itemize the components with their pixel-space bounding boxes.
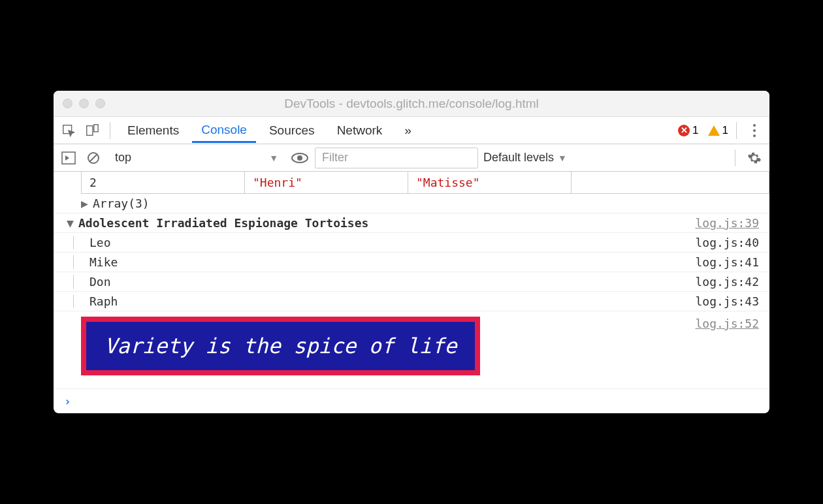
console-settings-icon[interactable]	[745, 148, 764, 168]
tab-network[interactable]: Network	[328, 118, 392, 143]
device-toolbar-icon[interactable]	[82, 121, 102, 140]
devtools-tabstrip: Elements Console Sources Network » ✕ 1 1	[54, 117, 769, 144]
divider	[735, 150, 735, 166]
group-title: Adolescent Irradiated Espionage Tortoise…	[78, 216, 368, 230]
chevron-down-icon: ▼	[558, 153, 567, 163]
warning-count[interactable]: 1	[703, 124, 728, 137]
error-count[interactable]: ✕ 1	[678, 124, 698, 137]
devtools-window: DevTools - devtools.glitch.me/console/lo…	[54, 91, 769, 413]
console-log-line: Mike log.js:41	[54, 253, 769, 272]
window-title: DevTools - devtools.glitch.me/console/lo…	[54, 97, 769, 111]
divider	[736, 122, 737, 139]
svg-point-10	[297, 155, 302, 161]
console-array-preview[interactable]: ▶ Array(3)	[54, 194, 769, 213]
svg-point-3	[753, 124, 756, 127]
source-link[interactable]: log.js:43	[695, 294, 759, 308]
console-toolbar: top ▼ Default levels ▼	[54, 144, 769, 172]
table-cell-index: 2	[82, 172, 245, 193]
console-group-header[interactable]: ▼ Adolescent Irradiated Espionage Tortoi…	[54, 213, 769, 233]
svg-point-4	[753, 129, 756, 132]
source-link[interactable]: log.js:52	[695, 317, 759, 375]
warning-icon	[708, 125, 720, 136]
log-text: Don	[89, 275, 111, 289]
chevron-down-icon: ▼	[269, 153, 278, 163]
execution-context-select[interactable]: top ▼	[108, 148, 285, 168]
prompt-chevron-icon: ›	[64, 394, 71, 408]
levels-label: Default levels	[483, 151, 554, 165]
array-preview-text: Array(3)	[93, 197, 150, 210]
tab-elements[interactable]: Elements	[118, 118, 188, 143]
table-cell-empty	[572, 172, 769, 193]
tabs-overflow[interactable]: »	[395, 118, 421, 143]
tab-console[interactable]: Console	[192, 118, 256, 143]
traffic-lights	[63, 99, 105, 108]
console-output: 2 "Henri" "Matisse" ▶ Array(3) ▼ Adolesc…	[54, 172, 769, 413]
close-window-button[interactable]	[63, 99, 73, 108]
source-link[interactable]: log.js:41	[695, 255, 759, 269]
warning-count-value: 1	[722, 124, 728, 137]
console-log-line: Leo log.js:40	[54, 233, 769, 253]
live-expression-icon[interactable]	[290, 148, 310, 168]
console-table-row: 2 "Henri" "Matisse"	[81, 172, 769, 194]
tab-sources[interactable]: Sources	[260, 118, 324, 143]
console-styled-message-line: Variety is the spice of life log.js:52	[54, 311, 769, 389]
expand-triangle-icon[interactable]: ▶	[81, 197, 90, 210]
log-levels-select[interactable]: Default levels ▼	[483, 151, 567, 165]
console-log-line: Don log.js:42	[54, 272, 769, 292]
minimize-window-button[interactable]	[79, 99, 89, 108]
inspect-element-icon[interactable]	[59, 121, 78, 140]
window-titlebar: DevTools - devtools.glitch.me/console/lo…	[54, 91, 769, 117]
clear-console-icon[interactable]	[84, 148, 103, 168]
error-icon: ✕	[678, 125, 690, 136]
log-text: Leo	[89, 236, 111, 249]
svg-line-8	[89, 154, 97, 162]
table-cell: "Henri"	[245, 172, 408, 193]
styled-message: Variety is the spice of life	[81, 317, 480, 375]
source-link[interactable]: log.js:42	[695, 275, 759, 289]
source-link[interactable]: log.js:39	[695, 216, 759, 230]
console-log-line: Raph log.js:43	[54, 292, 769, 311]
error-count-value: 1	[692, 124, 698, 137]
console-prompt[interactable]: ›	[54, 389, 769, 413]
divider	[110, 122, 110, 139]
collapse-triangle-icon[interactable]: ▼	[67, 216, 76, 230]
context-value: top	[115, 151, 131, 165]
log-text: Mike	[89, 255, 118, 269]
zoom-window-button[interactable]	[95, 99, 105, 108]
kebab-menu-icon[interactable]	[745, 121, 764, 140]
table-cell: "Matisse"	[408, 172, 572, 193]
filter-input[interactable]	[315, 148, 478, 168]
svg-point-5	[753, 134, 756, 137]
log-text: Raph	[89, 294, 118, 308]
toggle-sidebar-icon[interactable]	[59, 148, 78, 168]
svg-rect-2	[94, 124, 98, 131]
svg-rect-1	[87, 125, 93, 135]
source-link[interactable]: log.js:40	[695, 236, 759, 249]
